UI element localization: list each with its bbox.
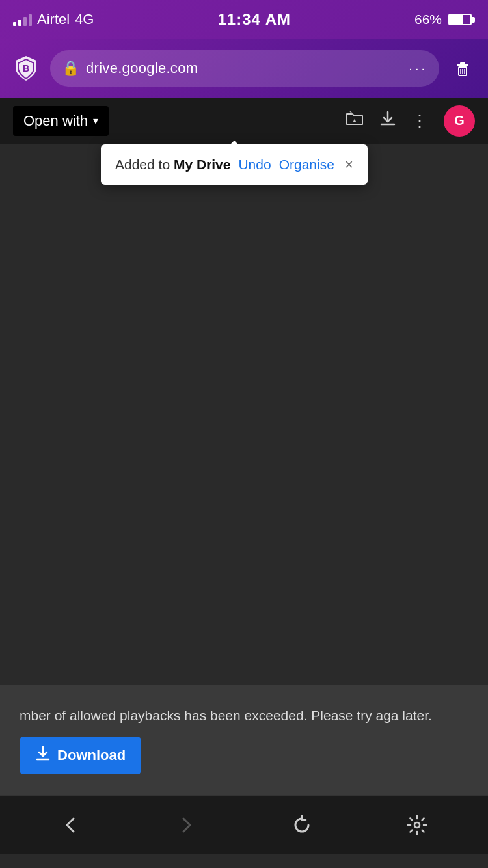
carrier-name: Airtel xyxy=(37,11,70,28)
forward-button[interactable] xyxy=(160,806,212,845)
signal-bar-4 xyxy=(29,14,32,26)
svg-point-14 xyxy=(414,822,420,828)
toast-notification: Added to My Drive Undo Organise × xyxy=(101,144,368,185)
bottom-content: mber of allowed playbacks has been excee… xyxy=(0,685,488,795)
toolbar-right: ▲ ⋮ G xyxy=(345,105,475,137)
lock-icon: 🔒 xyxy=(62,60,79,77)
url-text: drive.google.com xyxy=(86,60,402,77)
battery-percent: 66% xyxy=(414,12,442,27)
trash-icon[interactable] xyxy=(447,53,478,84)
toast-body: Added to My Drive Undo Organise × xyxy=(101,144,368,185)
svg-text:▲: ▲ xyxy=(352,117,358,124)
svg-text:B: B xyxy=(23,63,29,74)
battery-icon xyxy=(448,14,475,25)
status-bar: Airtel 4G 11:34 AM 66% xyxy=(0,0,488,39)
open-with-label: Open with xyxy=(23,113,88,129)
status-left: Airtel 4G xyxy=(13,11,94,28)
drive-folder-icon[interactable]: ▲ xyxy=(345,109,364,133)
download-button[interactable]: Download xyxy=(20,737,141,774)
signal-bars xyxy=(13,13,32,26)
browser-bar: B 🔒 drive.google.com ··· xyxy=(0,39,488,98)
toast-close-button[interactable]: × xyxy=(345,156,353,173)
main-content-area xyxy=(0,144,488,685)
avatar-initial: G xyxy=(454,113,465,128)
network-type: 4G xyxy=(75,11,94,28)
settings-button[interactable] xyxy=(391,806,443,845)
signal-bar-2 xyxy=(18,20,21,26)
browser-menu-dots[interactable]: ··· xyxy=(409,61,427,76)
download-btn-icon xyxy=(35,746,51,765)
toast-organise-button[interactable]: Organise xyxy=(279,157,334,172)
bitwarden-shield-icon[interactable]: B xyxy=(10,52,42,85)
toast-drive-name: My Drive xyxy=(174,157,231,172)
toast-prefix: Added to xyxy=(115,157,174,172)
more-options-icon[interactable]: ⋮ xyxy=(411,113,429,129)
dropdown-arrow-icon: ▾ xyxy=(93,115,98,127)
download-toolbar-icon[interactable] xyxy=(379,109,397,132)
toast-text: Added to My Drive xyxy=(115,157,230,172)
back-button[interactable] xyxy=(45,806,97,845)
url-bar[interactable]: 🔒 drive.google.com ··· xyxy=(50,50,439,87)
signal-bar-3 xyxy=(23,17,27,26)
open-with-button[interactable]: Open with ▾ xyxy=(13,106,109,136)
error-message: mber of allowed playbacks has been excee… xyxy=(20,705,468,726)
signal-bar-1 xyxy=(13,22,16,26)
status-right: 66% xyxy=(414,12,475,27)
download-btn-label: Download xyxy=(57,747,126,764)
content-toolbar: Open with ▾ ▲ ⋮ G xyxy=(0,98,488,144)
status-time: 11:34 AM xyxy=(217,10,290,29)
refresh-button[interactable] xyxy=(276,806,328,845)
bottom-nav xyxy=(0,795,488,854)
toast-undo-button[interactable]: Undo xyxy=(238,157,271,172)
user-avatar[interactable]: G xyxy=(444,105,475,137)
